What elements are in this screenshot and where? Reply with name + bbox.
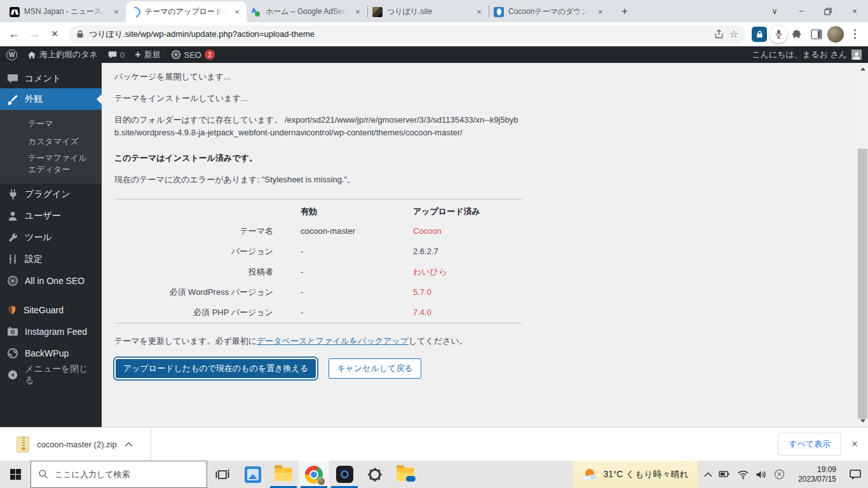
page-scrollbar[interactable]	[857, 63, 868, 427]
new-tab-button[interactable]: +	[616, 3, 633, 20]
lock-icon[interactable]	[76, 30, 84, 38]
sidebar-item-siteguard[interactable]: SiteGuard	[0, 299, 102, 321]
site-name: 海上釣堀のタネ	[39, 49, 98, 60]
taskbar-search-box[interactable]: ここに入力して検索	[31, 461, 207, 488]
sidebar-item-backwpup[interactable]: BackWPup	[0, 342, 102, 364]
download-filename[interactable]: cocoon-master (2).zip	[37, 440, 117, 449]
scroll-down-icon[interactable]	[857, 416, 868, 427]
submenu-item-theme-editor[interactable]: テーマファイルエディター	[0, 151, 102, 177]
back-icon[interactable]: ←	[4, 24, 24, 44]
tab-turibori-site[interactable]: つりぼり.site ×	[368, 1, 489, 22]
onedrive-folder-icon	[397, 468, 414, 481]
minimize-button[interactable]: −	[788, 0, 815, 22]
taskbar-app-camera[interactable]	[329, 461, 360, 488]
backup-link[interactable]: データベースとファイルをバックアップ	[257, 336, 409, 346]
tab-close-icon[interactable]: ×	[353, 7, 363, 17]
sidebar-item-instagram-feed[interactable]: Instagram Feed	[0, 321, 102, 342]
sidebar-item-plugins[interactable]: プラグイン	[0, 184, 102, 205]
taskbar-app-settings[interactable]	[360, 461, 390, 488]
wifi-icon[interactable]	[737, 469, 749, 480]
sidebar-item-tools[interactable]: ツール	[0, 227, 102, 248]
taskbar-app-onedrive[interactable]	[390, 461, 421, 488]
circled-x-tray-icon[interactable]	[773, 468, 785, 480]
close-download-bar-icon[interactable]: ×	[851, 438, 858, 451]
admin-bar-site-link[interactable]: 海上釣堀のタネ	[27, 49, 98, 60]
close-window-button[interactable]: ×	[841, 0, 868, 22]
extensions-puzzle-icon[interactable]	[788, 25, 807, 44]
submenu-item-customize[interactable]: カスタマイズ	[0, 133, 102, 151]
url-text[interactable]: つりぼり.site/wp/wp-admin/update.php?action=…	[89, 29, 709, 40]
comment-count: 0	[120, 50, 125, 60]
restore-button[interactable]	[815, 0, 841, 22]
table-row: 必須 PHP バージョン - 7.4.0	[114, 302, 522, 323]
comment-icon	[7, 74, 18, 84]
site-favicon	[372, 7, 383, 17]
action-center-button[interactable]	[843, 461, 868, 488]
battery-icon[interactable]	[719, 468, 731, 480]
sidebar-item-collapse-menu[interactable]: メニューを閉じる	[0, 364, 102, 386]
side-panel-icon[interactable]	[807, 25, 826, 44]
sidebar-item-settings[interactable]: 設定	[0, 248, 102, 270]
siteguard-extension-icon[interactable]	[750, 25, 769, 44]
wordpress-logo-icon[interactable]: W	[6, 50, 17, 60]
tab-title: Cocoonテーマのダウンロード | Co	[508, 6, 591, 17]
microphone-extension-icon[interactable]	[769, 25, 788, 44]
cancel-button[interactable]: キャンセルして戻る	[329, 358, 421, 379]
sidebar-item-appearance[interactable]: 外観	[0, 88, 102, 110]
appearance-submenu: テーマ カスタマイズ テーマファイルエディター	[0, 110, 102, 184]
taskbar-app-file-explorer[interactable]	[268, 461, 299, 488]
admin-greeting[interactable]: こんにちは、まるお さん	[752, 49, 847, 60]
tab-close-icon[interactable]: ×	[595, 7, 606, 17]
admin-bar-new[interactable]: + 新規	[135, 49, 160, 60]
status-installing: テーマをインストールしています...	[114, 92, 521, 105]
table-row: テーマ名 cocoon-master Cocoon	[114, 221, 522, 241]
shield-icon	[7, 304, 17, 316]
row-active-value: cocoon-master	[273, 225, 386, 238]
theme-compare-table: 有効 アップロード済み テーマ名 cocoon-master Cocoon バー…	[114, 199, 522, 323]
task-view-button[interactable]	[207, 461, 238, 488]
scrollbar-thumb[interactable]	[858, 149, 867, 419]
browser-menu-icon[interactable]	[845, 25, 864, 44]
admin-bar-comments[interactable]: 0	[108, 50, 125, 60]
status-theme-error: 現在のテーマに次のエラーがあります: "Stylesheet is missin…	[114, 173, 521, 186]
sidebar-item-aioseo[interactable]: All in One SEO	[0, 270, 102, 292]
taskbar-clock[interactable]: 19:09 2023/07/15	[792, 461, 843, 488]
submenu-item-themes[interactable]: テーマ	[0, 115, 102, 133]
msn-favicon	[10, 7, 20, 17]
taskbar-app-photos[interactable]	[238, 461, 268, 488]
cocoon-favicon	[494, 7, 504, 17]
sidebar-item-label: SiteGuard	[24, 305, 64, 315]
stop-loading-icon[interactable]: ×	[44, 24, 65, 44]
replace-theme-button[interactable]: アップロードしたもので現在のものを置き換える	[114, 358, 317, 379]
tab-close-icon[interactable]: ×	[474, 7, 484, 17]
sidebar-item-users[interactable]: ユーザー	[0, 205, 102, 227]
bookmark-star-icon[interactable]: ☆	[729, 28, 738, 40]
collapse-arrow-icon	[7, 369, 18, 381]
user-avatar[interactable]	[851, 50, 862, 60]
weather-text: 31°C くもり時々晴れ	[603, 469, 688, 480]
taskbar-app-chrome[interactable]	[299, 461, 329, 488]
address-bar[interactable]: つりぼり.site/wp/wp-admin/update.php?action=…	[69, 25, 746, 43]
download-item[interactable]: cocoon-master (2).zip	[17, 437, 133, 452]
show-all-downloads-button[interactable]: すべて表示	[778, 433, 841, 456]
tab-search-icon[interactable]: ∨	[761, 0, 788, 22]
start-button[interactable]	[0, 461, 31, 488]
tab-adsense[interactable]: ホーム – Google AdSense ×	[247, 1, 367, 22]
forward-icon[interactable]: →	[24, 24, 44, 44]
tab-msn[interactable]: MSN Japan - ニュース, 天気, メー ×	[5, 1, 126, 22]
tab-theme-upload[interactable]: テーマのアップロード ‹ 海上釣堀の ×	[126, 1, 247, 22]
theme-upload-content: パッケージを展開しています... テーマをインストールしています... 目的のフ…	[102, 63, 857, 427]
tab-cocoon-download[interactable]: Cocoonテーマのダウンロード | Co ×	[489, 1, 610, 22]
speaker-icon[interactable]	[756, 470, 767, 480]
tray-expand-icon[interactable]	[704, 471, 712, 477]
share-icon[interactable]	[714, 29, 724, 39]
admin-bar-seo[interactable]: SEO 2	[171, 50, 215, 60]
profile-avatar[interactable]	[826, 25, 845, 44]
scroll-up-icon[interactable]	[857, 63, 868, 74]
loading-spinner-icon	[128, 4, 142, 18]
tab-close-icon[interactable]: ×	[232, 7, 242, 17]
sidebar-item-comments[interactable]: コメント	[0, 69, 102, 88]
chevron-up-icon[interactable]	[125, 442, 133, 447]
taskbar-weather-widget[interactable]: 31°C くもり時々晴れ	[573, 461, 697, 488]
tab-close-icon[interactable]: ×	[111, 7, 121, 17]
